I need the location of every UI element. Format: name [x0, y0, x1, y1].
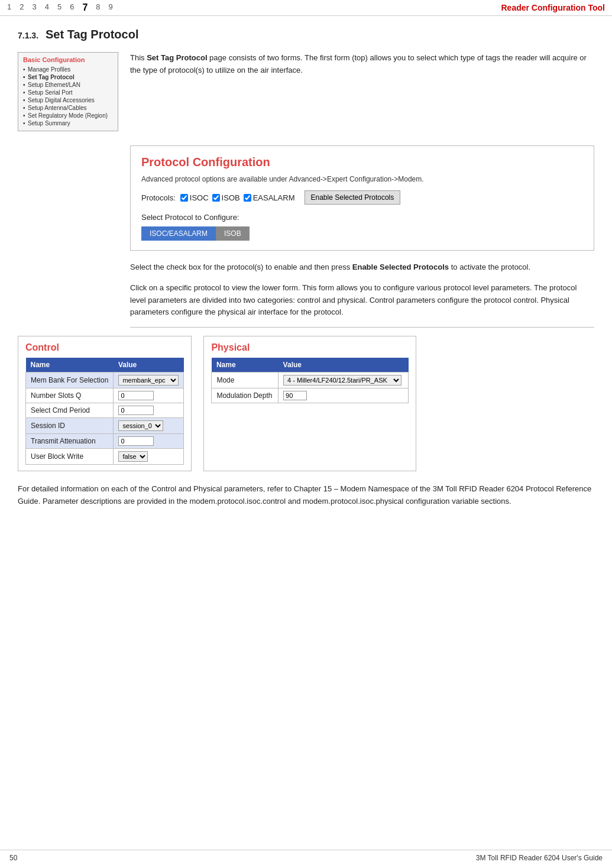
physical-row-mode-name: Mode	[212, 373, 279, 388]
app-title: Reader Configuration Tool	[501, 3, 605, 12]
sidebar-item-setup-summary[interactable]: Setup Summary	[23, 119, 113, 127]
control-col-name: Name	[26, 358, 114, 373]
table-row: Modulation Depth	[212, 388, 409, 403]
table-row: User Block Write false true	[26, 449, 184, 465]
txatten-input[interactable]	[118, 436, 154, 446]
divider	[130, 327, 594, 328]
control-row-membank-value[interactable]: membank_epc membank_tid membank_user	[114, 373, 184, 388]
proto-btn-isob[interactable]: ISOB	[216, 226, 250, 241]
sidebar-item-manage-profiles[interactable]: Manage Profiles	[23, 66, 113, 73]
control-row-txatten-name: Transmit Attenuation	[26, 434, 114, 449]
checkbox-isoc[interactable]: ISOC	[180, 193, 209, 202]
checkbox-easalarm-label: EASALARM	[253, 193, 295, 202]
control-title: Control	[25, 342, 184, 353]
physical-table: Name Value Mode 4 - Miller4/LF240/12.5ta…	[211, 358, 409, 403]
nav-num-9[interactable]: 9	[109, 2, 113, 13]
numslots-input[interactable]	[118, 391, 154, 400]
intro-text: This Set Tag Protocol page consists of t…	[130, 52, 594, 131]
control-row-userblock-value[interactable]: false true	[114, 449, 184, 465]
physical-row-moddepth-name: Modulation Depth	[212, 388, 279, 403]
moddepth-input[interactable]	[283, 391, 307, 400]
protocols-row: Protocols: ISOC ISOB EASALARM Enable Sel…	[141, 190, 583, 205]
table-row: Mem Bank For Selection membank_epc memba…	[26, 373, 184, 388]
control-row-sessionid-value[interactable]: session_0 session_1 session_2 session_3	[114, 418, 184, 434]
sidebar-item-set-tag-protocol[interactable]: Set Tag Protocol	[23, 73, 113, 81]
protocol-config-title: Protocol Configuration	[141, 156, 583, 169]
main-content: 7.1.3. Set Tag Protocol Basic Configurat…	[0, 16, 612, 537]
top-navigation: 1 2 3 4 5 6 7 8 9 Reader Configuration T…	[0, 0, 612, 16]
select-protocol-label: Select Protocol to Configure:	[141, 213, 583, 222]
desc-para-1: Select the check box for the protocol(s)…	[130, 261, 594, 274]
checkbox-isob[interactable]: ISOB	[212, 193, 240, 202]
sidebar-nav-list: Manage Profiles Set Tag Protocol Setup E…	[23, 66, 113, 127]
sidebar-nav-title: Basic Configuration	[23, 56, 113, 63]
sidebar-item-antenna-cables[interactable]: Setup Antenna/Cables	[23, 104, 113, 112]
footer-page-number: 50	[9, 854, 17, 862]
control-row-numslots-value[interactable]	[114, 388, 184, 403]
nav-num-6[interactable]: 6	[70, 2, 74, 13]
section-title: Set Tag Protocol	[46, 28, 138, 41]
bottom-para: For detailed information on each of the …	[18, 483, 594, 508]
proto-btn-isoc-easalarm[interactable]: ISOC/EASALARM	[141, 226, 216, 241]
control-col-value: Value	[114, 358, 184, 373]
sidebar-item-serial-port[interactable]: Setup Serial Port	[23, 89, 113, 96]
page-numbers: 1 2 3 4 5 6 7 8 9	[7, 2, 113, 13]
intro-section: Basic Configuration Manage Profiles Set …	[18, 52, 594, 131]
physical-col-value: Value	[279, 358, 409, 373]
table-row: Transmit Attenuation	[26, 434, 184, 449]
table-row: Session ID session_0 session_1 session_2…	[26, 418, 184, 434]
userblock-select[interactable]: false true	[118, 451, 148, 462]
protocol-buttons: ISOC/EASALARM ISOB	[141, 226, 583, 241]
checkbox-easalarm[interactable]: EASALARM	[244, 193, 295, 202]
physical-col-name: Name	[212, 358, 279, 373]
section-heading: 7.1.3. Set Tag Protocol	[18, 28, 594, 41]
section-number: 7.1.3.	[18, 31, 38, 40]
table-row: Number Slots Q	[26, 388, 184, 403]
membank-select[interactable]: membank_epc membank_tid membank_user	[118, 375, 179, 386]
nav-num-7[interactable]: 7	[82, 2, 88, 13]
control-row-selectcmd-value[interactable]	[114, 403, 184, 418]
protocol-config-box: Protocol Configuration Advanced protocol…	[130, 145, 594, 251]
checkbox-isoc-input[interactable]	[180, 194, 188, 202]
physical-box: Physical Name Value Mode 4 - Miller4/LF2…	[203, 336, 416, 471]
table-row: Mode 4 - Miller4/LF240/12.5tari/PR_ASK	[212, 373, 409, 388]
enable-selected-protocols-button[interactable]: Enable Selected Protocols	[305, 190, 401, 205]
checkbox-isob-input[interactable]	[212, 194, 220, 202]
sidebar-item-digital-accessories[interactable]: Setup Digital Accessories	[23, 96, 113, 104]
footer-guide-title: 3M Toll RFID Reader 6204 User's Guide	[476, 854, 603, 862]
selectcmd-input[interactable]	[118, 406, 154, 415]
nav-num-4[interactable]: 4	[45, 2, 49, 13]
sidebar-nav-box: Basic Configuration Manage Profiles Set …	[18, 52, 118, 131]
control-row-numslots-name: Number Slots Q	[26, 388, 114, 403]
control-row-sessionid-name: Session ID	[26, 418, 114, 434]
tables-section: Control Name Value Mem Bank For Selectio…	[18, 336, 594, 471]
control-table: Name Value Mem Bank For Selection memban…	[25, 358, 184, 465]
checkbox-group: ISOC ISOB EASALARM	[180, 193, 295, 202]
control-row-txatten-value[interactable]	[114, 434, 184, 449]
protocol-config-note: Advanced protocol options are available …	[141, 175, 583, 183]
checkbox-isob-label: ISOB	[222, 193, 240, 202]
mode-select[interactable]: 4 - Miller4/LF240/12.5tari/PR_ASK	[283, 375, 401, 386]
sessionid-select[interactable]: session_0 session_1 session_2 session_3	[118, 420, 163, 431]
control-row-membank-name: Mem Bank For Selection	[26, 373, 114, 388]
control-row-userblock-name: User Block Write	[26, 449, 114, 465]
protocols-label: Protocols:	[141, 193, 176, 202]
table-row: Select Cmd Period	[26, 403, 184, 418]
checkbox-isoc-label: ISOC	[190, 193, 209, 202]
checkbox-easalarm-input[interactable]	[244, 194, 251, 202]
nav-num-1[interactable]: 1	[7, 2, 11, 13]
control-box: Control Name Value Mem Bank For Selectio…	[18, 336, 192, 471]
nav-num-8[interactable]: 8	[96, 2, 100, 13]
desc-para-2: Click on a specific protocol to view the…	[130, 282, 594, 319]
physical-row-moddepth-value[interactable]	[279, 388, 409, 403]
sidebar-item-regulatory-mode[interactable]: Set Regulatory Mode (Region)	[23, 112, 113, 119]
sidebar-item-ethernet[interactable]: Setup Ethernet/LAN	[23, 81, 113, 89]
physical-title: Physical	[211, 342, 409, 353]
nav-num-2[interactable]: 2	[20, 2, 24, 13]
nav-num-3[interactable]: 3	[32, 2, 36, 13]
control-row-selectcmd-name: Select Cmd Period	[26, 403, 114, 418]
nav-num-5[interactable]: 5	[57, 2, 61, 13]
page-footer: 50 3M Toll RFID Reader 6204 User's Guide	[0, 850, 612, 862]
physical-row-mode-value[interactable]: 4 - Miller4/LF240/12.5tari/PR_ASK	[279, 373, 409, 388]
